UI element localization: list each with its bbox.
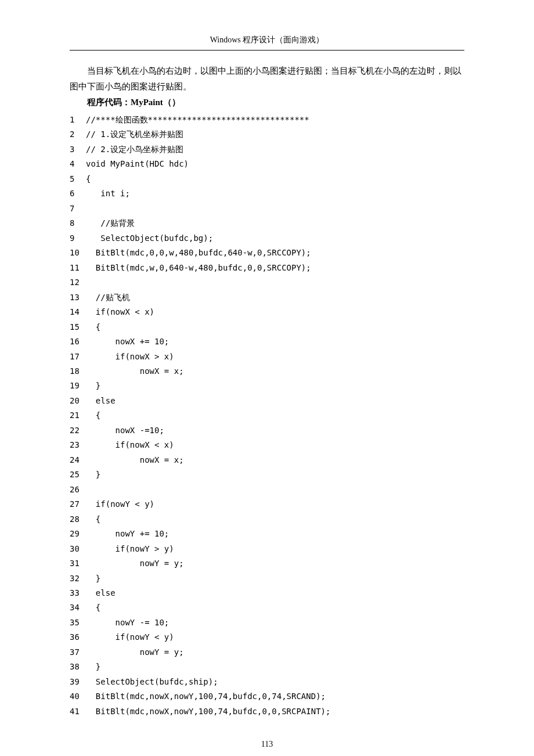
code-text: if(nowY < y) [86, 497, 154, 512]
code-label: 程序代码：MyPaint（） [70, 95, 464, 110]
line-number: 15 [70, 320, 86, 334]
code-text: //贴背景 [86, 216, 135, 231]
line-number: 28 [70, 512, 86, 527]
line-number: 29 [70, 527, 86, 541]
code-text: } [86, 467, 100, 482]
code-line: 30 if(nowY > y) [70, 542, 464, 556]
code-line: 40 BitBlt(mdc,nowX,nowY,100,74,bufdc,0,7… [70, 689, 464, 704]
code-line: 1//****绘图函数*****************************… [70, 113, 464, 127]
line-number: 10 [70, 246, 86, 260]
code-line: 10 BitBlt(mdc,0,0,w,480,bufdc,640-w,0,SR… [70, 246, 464, 260]
line-number: 1 [70, 113, 86, 127]
code-line: 25 } [70, 467, 464, 482]
code-text: BitBlt(mdc,w,0,640-w,480,bufdc,0,0,SRCCO… [86, 261, 311, 275]
document-page: Windows 程序设计（面向游戏） 当目标飞机在小鸟的右边时，以图中上面的小鸟… [0, 0, 534, 756]
code-text: BitBlt(mdc,nowX,nowY,100,74,bufdc,0,0,SR… [86, 704, 330, 719]
code-text: SelectObject(bufdc,ship); [86, 675, 218, 689]
code-line: 27 if(nowY < y) [70, 497, 464, 512]
code-text: nowX = x; [86, 453, 184, 467]
body-paragraph-1: 当目标飞机在小鸟的右边时，以图中上面的小鸟图案进行贴图；当目标飞机在小鸟的左边时… [70, 63, 464, 95]
line-number: 17 [70, 350, 86, 364]
code-line: 29 nowY += 10; [70, 527, 464, 541]
code-text: nowY += 10; [86, 527, 169, 541]
line-number: 7 [70, 201, 86, 216]
line-number: 30 [70, 542, 86, 556]
code-line: 26 [70, 483, 464, 497]
line-number: 16 [70, 334, 86, 349]
code-line: 6 int i; [70, 186, 464, 201]
code-text: // 1.设定飞机坐标并贴图 [86, 127, 183, 142]
line-number: 6 [70, 186, 86, 201]
code-line: 2// 1.设定飞机坐标并贴图 [70, 127, 464, 142]
code-line: 14 if(nowX < x) [70, 305, 464, 319]
code-text: if(nowX > x) [86, 350, 174, 364]
code-line: 15 { [70, 320, 464, 334]
line-number: 19 [70, 379, 86, 393]
line-number: 24 [70, 453, 86, 467]
line-number: 8 [70, 216, 86, 231]
line-number: 26 [70, 483, 86, 497]
line-number: 25 [70, 467, 86, 482]
code-text: // 2.设定小鸟坐标并贴图 [86, 142, 183, 157]
line-number: 22 [70, 423, 86, 438]
code-text: void MyPaint(HDC hdc) [86, 157, 189, 171]
line-number: 2 [70, 127, 86, 142]
line-number: 39 [70, 675, 86, 689]
code-text: else [86, 586, 116, 600]
code-line: 33 else [70, 586, 464, 600]
line-number: 32 [70, 571, 86, 586]
code-text: SelectObject(bufdc,bg); [86, 231, 213, 246]
line-number: 20 [70, 394, 86, 408]
line-number: 9 [70, 231, 86, 246]
code-text: { [86, 408, 100, 423]
code-text: } [86, 660, 100, 674]
code-line: 17 if(nowX > x) [70, 350, 464, 364]
line-number: 13 [70, 290, 86, 305]
code-line: 7 [70, 201, 464, 216]
code-text: BitBlt(mdc,0,0,w,480,bufdc,640-w,0,SRCCO… [86, 246, 311, 260]
code-line: 9 SelectObject(bufdc,bg); [70, 231, 464, 246]
page-number: 113 [70, 740, 464, 749]
code-text: nowY -= 10; [86, 615, 169, 630]
code-text: nowX = x; [86, 364, 184, 379]
line-number: 40 [70, 689, 86, 704]
code-text: if(nowY > y) [86, 542, 174, 556]
line-number: 23 [70, 438, 86, 452]
code-text: if(nowX < x) [86, 438, 174, 452]
code-line: 32 } [70, 571, 464, 586]
code-line: 21 { [70, 408, 464, 423]
code-line: 16 nowX += 10; [70, 334, 464, 349]
code-line: 39 SelectObject(bufdc,ship); [70, 675, 464, 689]
code-line: 20 else [70, 394, 464, 408]
code-line: 18 nowX = x; [70, 364, 464, 379]
code-line: 19 } [70, 379, 464, 393]
line-number: 37 [70, 645, 86, 660]
code-text: BitBlt(mdc,nowX,nowY,100,74,bufdc,0,74,S… [86, 689, 326, 704]
code-text: //****绘图函数******************************… [86, 113, 309, 127]
code-line: 28 { [70, 512, 464, 527]
line-number: 12 [70, 275, 86, 290]
line-number: 3 [70, 142, 86, 157]
line-number: 4 [70, 157, 86, 171]
code-line: 34 { [70, 600, 464, 615]
code-text: nowY = y; [86, 556, 184, 571]
code-line: 23 if(nowX < x) [70, 438, 464, 452]
code-text: if(nowY < y) [86, 630, 174, 645]
code-text: { [86, 320, 100, 334]
line-number: 34 [70, 600, 86, 615]
code-text: nowX -=10; [86, 423, 164, 438]
code-line: 13 //贴飞机 [70, 290, 464, 305]
line-number: 36 [70, 630, 86, 645]
code-text: nowY = y; [86, 645, 184, 660]
page-header: Windows 程序设计（面向游戏） [70, 35, 464, 45]
code-text: } [86, 379, 100, 393]
code-text: //贴飞机 [86, 290, 130, 305]
code-text: } [86, 571, 100, 586]
line-number: 35 [70, 615, 86, 630]
line-number: 21 [70, 408, 86, 423]
code-line: 3// 2.设定小鸟坐标并贴图 [70, 142, 464, 157]
code-line: 35 nowY -= 10; [70, 615, 464, 630]
code-line: 5{ [70, 172, 464, 186]
code-line: 4void MyPaint(HDC hdc) [70, 157, 464, 171]
code-text: { [86, 512, 100, 527]
